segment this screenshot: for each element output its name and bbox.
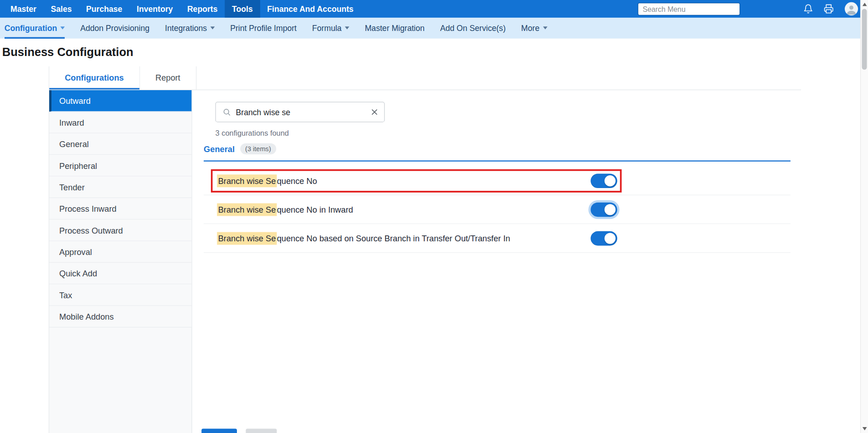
scrollbar-thumb[interactable] — [862, 9, 867, 70]
bell-icon[interactable] — [803, 3, 814, 14]
page-title: Business Configuration — [2, 46, 134, 59]
subnav-label: Print Profile Import — [230, 17, 297, 38]
scroll-down-arrow-icon[interactable] — [863, 427, 867, 430]
subnav-item-addon-provisioning[interactable]: Addon Provisioning — [80, 17, 149, 38]
sidebar-item-approval[interactable]: Approval — [49, 241, 191, 263]
sidebar-item-process-outward[interactable]: Process Outward — [49, 219, 191, 241]
menu-search-input[interactable] — [638, 2, 740, 15]
toggle-knob — [605, 233, 616, 244]
chevron-down-icon — [210, 26, 215, 29]
nav-item-inventory[interactable]: Inventory — [129, 0, 180, 18]
sidebar-item-process-inward[interactable]: Process Inward — [49, 198, 191, 219]
search-icon — [222, 108, 231, 116]
top-nav-bar: Master Sales Purchase Inventory Reports … — [0, 0, 868, 18]
subnav-item-formula[interactable]: Formula — [312, 17, 349, 38]
chevron-down-icon — [345, 26, 349, 29]
section-items-badge: (3 items) — [240, 143, 276, 154]
subnav-item-integrations[interactable]: Integrations — [165, 17, 215, 38]
top-nav-right-group — [638, 2, 858, 15]
vertical-scrollbar[interactable] — [860, 0, 868, 433]
subnav-item-more[interactable]: More — [521, 17, 547, 38]
subnav-label: More — [521, 17, 539, 38]
clear-search-icon[interactable] — [371, 109, 377, 115]
save-button-partial[interactable] — [201, 429, 237, 433]
configuration-card: Outward Inward General Peripheral Tender… — [49, 90, 801, 433]
sidebar-item-peripheral[interactable]: Peripheral — [49, 155, 191, 176]
config-label-rest: quence No in Inward — [277, 205, 353, 214]
config-label-rest: quence No — [277, 176, 317, 185]
sidebar-item-inward[interactable]: Inward — [49, 112, 191, 133]
nav-item-purchase[interactable]: Purchase — [79, 0, 129, 18]
nav-item-finance-and-accounts[interactable]: Finance And Accounts — [260, 0, 361, 18]
toggle-branch-wise-sequence-no-source-branch[interactable] — [591, 231, 617, 246]
configuration-panel: 3 configurations found General (3 items)… — [193, 90, 801, 433]
nav-item-sales[interactable]: Sales — [44, 0, 79, 18]
scroll-up-arrow-icon[interactable] — [863, 3, 867, 6]
config-label: Branch wise Sequence No in Inward — [217, 205, 353, 214]
config-row-branch-wise-sequence-no: Branch wise Sequence No — [204, 167, 791, 195]
toggle-branch-wise-sequence-no[interactable] — [591, 173, 617, 188]
search-match-highlight: Branch wise Se — [217, 232, 277, 245]
printer-icon[interactable] — [823, 3, 834, 14]
sidebar-item-general[interactable]: General — [49, 133, 191, 155]
tab-configurations[interactable]: Configurations — [49, 66, 140, 90]
toggle-knob — [605, 204, 616, 215]
config-label-rest: quence No based on Source Branch in Tran… — [277, 234, 510, 243]
search-match-highlight: Branch wise Se — [217, 174, 277, 187]
app-window: Master Sales Purchase Inventory Reports … — [0, 0, 868, 433]
config-search-box — [216, 102, 385, 122]
tab-bar: Configurations Report — [49, 66, 196, 90]
nav-item-reports[interactable]: Reports — [180, 0, 225, 18]
sidebar-item-tax[interactable]: Tax — [49, 284, 191, 306]
subnav-label: Master Migration — [365, 17, 425, 38]
subnav-item-configuration[interactable]: Configuration — [5, 17, 65, 38]
section-header-general: General (3 items) — [204, 143, 791, 162]
config-label: Branch wise Sequence No — [217, 176, 317, 185]
cancel-button-partial[interactable] — [246, 429, 277, 433]
subnav-item-add-on-services[interactable]: Add On Service(s) — [440, 17, 506, 38]
results-count: 3 configurations found — [216, 129, 289, 137]
tab-report[interactable]: Report — [140, 66, 196, 90]
search-match-highlight: Branch wise Se — [217, 203, 277, 216]
viewport: Master Sales Purchase Inventory Reports … — [0, 0, 868, 433]
user-avatar[interactable] — [845, 2, 858, 15]
sidebar-item-tender[interactable]: Tender — [49, 177, 191, 198]
subnav-label: Addon Provisioning — [80, 17, 149, 38]
toggle-knob — [605, 175, 616, 186]
config-row-branch-wise-sequence-no-source-branch: Branch wise Sequence No based on Source … — [204, 224, 791, 253]
subnav-label: Add On Service(s) — [440, 17, 506, 38]
subnav-label: Configuration — [5, 17, 57, 38]
section-title: General — [204, 144, 235, 153]
nav-item-master[interactable]: Master — [3, 0, 43, 18]
category-sidebar: Outward Inward General Peripheral Tender… — [49, 90, 192, 433]
sidebar-item-quick-add[interactable]: Quick Add — [49, 263, 191, 284]
subnav-label: Integrations — [165, 17, 207, 38]
subnav-item-print-profile-import[interactable]: Print Profile Import — [230, 17, 297, 38]
chevron-down-icon — [60, 26, 65, 29]
sidebar-item-outward[interactable]: Outward — [49, 90, 191, 112]
subnav-label: Formula — [312, 17, 342, 38]
subnav-item-master-migration[interactable]: Master Migration — [365, 17, 425, 38]
config-label: Branch wise Sequence No based on Source … — [217, 234, 510, 243]
config-rows: Branch wise Sequence No Branch wise Sequ… — [204, 167, 791, 253]
nav-item-tools[interactable]: Tools — [225, 0, 260, 18]
sub-nav-bar: Configuration Addon Provisioning Integra… — [0, 18, 868, 39]
config-row-branch-wise-sequence-no-in-inward: Branch wise Sequence No in Inward — [204, 195, 791, 224]
chevron-down-icon — [543, 26, 547, 29]
sidebar-item-mobile-addons[interactable]: Mobile Addons — [49, 306, 191, 327]
toggle-branch-wise-sequence-no-in-inward[interactable] — [591, 203, 617, 217]
config-search-input[interactable] — [236, 107, 372, 116]
